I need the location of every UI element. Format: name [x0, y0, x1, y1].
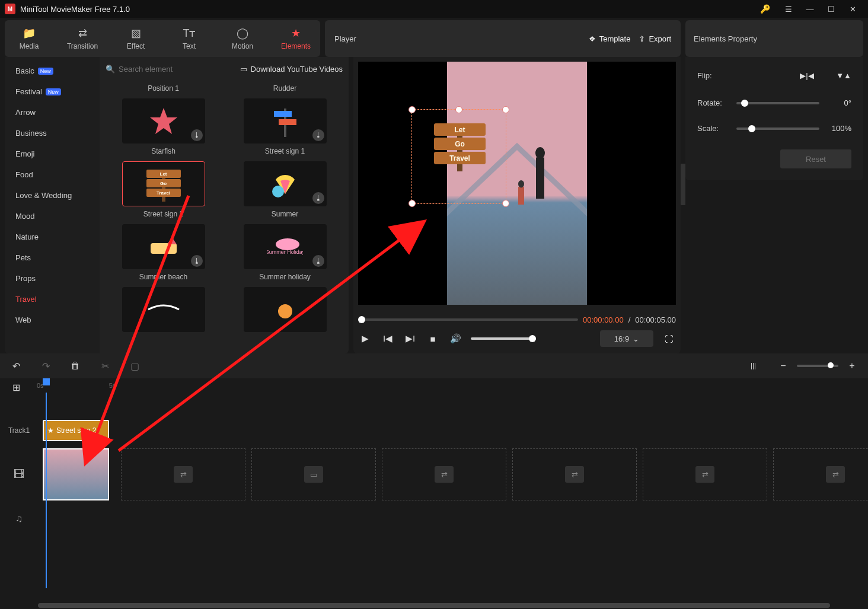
element-street-sign-1[interactable]: ⭳ [244, 98, 327, 144]
category-list[interactable]: BasicNew FestivalNew Arrow Business Emoj… [5, 57, 100, 353]
element-summer-holiday[interactable]: Summer Holiday ⭳ [244, 224, 327, 269]
cat-love-wedding[interactable]: Love & Wedding [5, 185, 100, 206]
next-frame-button[interactable]: ▶I [403, 331, 417, 346]
video-track[interactable]: 🎞 ⇄ ▭ ⇄ ⇄ ⇄ ⇄ [0, 445, 868, 504]
tab-text[interactable]: TᴛText [170, 24, 209, 53]
download-icon[interactable]: ⭳ [191, 255, 203, 267]
transition-slot[interactable]: ⇄ [512, 448, 637, 500]
time-ruler[interactable]: ⊞ 0s 5s [0, 378, 868, 393]
cat-festival[interactable]: FestivalNew [5, 81, 100, 102]
overlay-sign-sticker[interactable]: Let Go Travel [429, 118, 491, 171]
search-input[interactable]: 🔍 [106, 65, 234, 74]
cat-nature[interactable]: Nature [5, 227, 100, 247]
zoom-slider[interactable] [797, 365, 838, 367]
tab-media[interactable]: 📁Media [9, 24, 49, 53]
element-item[interactable] [122, 287, 205, 332]
cat-pets[interactable]: Pets [5, 247, 100, 268]
preview-canvas[interactable]: Let Go Travel [358, 62, 676, 305]
tab-motion[interactable]: ◯Motion [223, 24, 262, 53]
stop-button[interactable]: ■ [426, 331, 440, 346]
aspect-ratio-select[interactable]: 16:9⌄ [600, 330, 653, 347]
svg-text:Summer Holiday: Summer Holiday [267, 249, 303, 255]
element-selection-box[interactable]: Let Go Travel [411, 109, 506, 204]
redo-button[interactable]: ↷ [38, 358, 53, 374]
maximize-button[interactable]: ☐ [821, 0, 842, 18]
flip-horizontal-button[interactable]: ▶|◀ [799, 69, 815, 82]
element-clip[interactable]: ★ Street sign 2 [43, 420, 109, 441]
template-button[interactable]: ❖Template [589, 34, 631, 43]
elements-browser: BasicNew FestivalNew Arrow Business Emoj… [5, 57, 349, 353]
sign-icon: Let Go Travel [143, 166, 184, 202]
element-starfish[interactable]: ⭳ [122, 98, 205, 144]
delete-button[interactable]: 🗑 [68, 358, 83, 374]
element-track[interactable]: Track1 ★ Street sign 2 [0, 416, 868, 445]
minimize-button[interactable]: — [799, 0, 821, 18]
music-track-icon: ♫ [15, 514, 23, 524]
element-summer[interactable]: ⭳ [244, 161, 327, 206]
empty-slot[interactable]: ▭ [251, 448, 376, 500]
tracks-area[interactable]: Track1 ★ Street sign 2 🎞 ⇄ ▭ ⇄ ⇄ ⇄ ⇄ ♫ [0, 393, 868, 603]
download-icon[interactable]: ⭳ [312, 192, 324, 204]
current-time: 00:00:00.00 [583, 315, 624, 324]
reset-button[interactable]: Reset [780, 149, 851, 168]
element-street-sign-2[interactable]: Let Go Travel [122, 161, 205, 206]
prev-frame-button[interactable]: I◀ [381, 331, 395, 346]
split-button[interactable]: ✂ [97, 358, 113, 374]
menu-icon[interactable]: ☰ [778, 0, 799, 18]
audio-track[interactable]: ♫ [0, 504, 868, 534]
resize-handle[interactable] [409, 200, 416, 207]
zoom-in-button[interactable]: + [844, 358, 860, 374]
fullscreen-button[interactable]: ⛶ [662, 331, 676, 346]
download-icon[interactable]: ⭳ [191, 129, 203, 141]
zoom-out-button[interactable]: − [776, 358, 791, 374]
volume-slider[interactable] [471, 337, 536, 340]
license-key-icon[interactable]: 🔑 [754, 0, 776, 18]
cat-basic[interactable]: BasicNew [5, 60, 100, 81]
timeline-settings-icon[interactable]: ⫼ [746, 358, 761, 374]
playhead-marker[interactable] [43, 378, 50, 385]
svg-point-11 [518, 180, 524, 187]
tab-elements[interactable]: ★Elements [276, 24, 315, 53]
cat-props[interactable]: Props [5, 268, 100, 289]
cat-mood[interactable]: Mood [5, 206, 100, 227]
resize-handle[interactable] [409, 106, 416, 113]
layers-icon: ❖ [589, 34, 596, 43]
scrub-bar[interactable] [358, 318, 578, 321]
volume-icon[interactable]: 🔊 [448, 331, 462, 346]
resize-handle[interactable] [502, 106, 509, 113]
video-clip[interactable] [43, 448, 109, 500]
play-button[interactable]: ▶ [358, 331, 372, 346]
cat-business[interactable]: Business [5, 123, 100, 144]
element-item[interactable] [244, 287, 327, 332]
transition-slot[interactable]: ⇄ [773, 448, 868, 500]
flip-vertical-button[interactable]: ▼▲ [836, 69, 851, 82]
close-button[interactable]: ✕ [842, 0, 863, 18]
download-youtube-link[interactable]: ▭Download YouTube Videos [240, 65, 343, 74]
download-icon[interactable]: ⭳ [312, 255, 324, 267]
scale-slider[interactable] [736, 127, 819, 130]
cat-travel[interactable]: Travel [5, 289, 100, 310]
svg-point-9 [535, 147, 545, 159]
elements-grid[interactable]: Position 1 Rudder ⭳ Starfish ⭳ [100, 81, 349, 353]
cat-food[interactable]: Food [5, 164, 100, 185]
cat-web[interactable]: Web [5, 310, 100, 330]
crop-button[interactable]: ▢ [127, 358, 142, 374]
scrub-handle[interactable] [358, 316, 365, 323]
transition-slot[interactable]: ⇄ [643, 448, 767, 500]
transition-slot[interactable]: ⇄ [121, 448, 245, 500]
resize-handle[interactable] [502, 200, 509, 207]
cat-arrow[interactable]: Arrow [5, 102, 100, 123]
timeline-scrollbar[interactable] [0, 603, 868, 609]
undo-button[interactable]: ↶ [8, 358, 24, 374]
tab-transition[interactable]: ⇄Transition [63, 24, 102, 53]
playhead-line[interactable] [46, 393, 47, 588]
rotate-slider[interactable] [736, 102, 819, 104]
export-button[interactable]: ⇪Export [639, 34, 671, 43]
download-icon[interactable]: ⭳ [312, 129, 324, 141]
cat-emoji[interactable]: Emoji [5, 144, 100, 164]
tab-effect[interactable]: ▧Effect [116, 24, 155, 53]
element-summer-beach[interactable]: ⭳ [122, 224, 205, 269]
resize-handle[interactable] [455, 106, 462, 113]
transition-slot[interactable]: ⇄ [382, 448, 506, 500]
collapse-properties-tab[interactable] [681, 164, 685, 205]
